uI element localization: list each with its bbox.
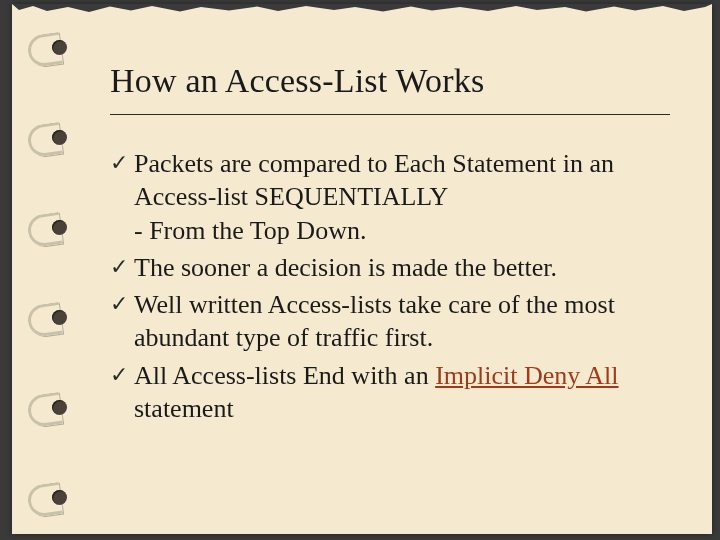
bullet-list: ✓ Packets are compared to Each Statement… xyxy=(110,147,670,425)
list-item: ✓ All Access-lists End with an Implicit … xyxy=(110,359,670,426)
bullet-suffix: statement xyxy=(134,394,234,423)
title-rule xyxy=(110,114,670,115)
spiral-binding xyxy=(42,34,70,512)
bullet-subline: - From the Top Down. xyxy=(134,214,670,247)
check-icon: ✓ xyxy=(110,251,134,284)
list-item: ✓ Well written Access-lists take care of… xyxy=(110,288,670,355)
emphasis-text: Implicit Deny All xyxy=(435,361,618,390)
check-icon: ✓ xyxy=(110,359,134,426)
bullet-text: All Access-lists End with an Implicit De… xyxy=(134,359,670,426)
ring-icon xyxy=(42,124,70,152)
ring-icon xyxy=(42,304,70,332)
ring-icon xyxy=(42,214,70,242)
list-item: ✓ Packets are compared to Each Statement… xyxy=(110,147,670,247)
check-icon: ✓ xyxy=(110,288,134,355)
bullet-line: Packets are compared to Each Statement i… xyxy=(134,149,614,211)
slide-title: How an Access-List Works xyxy=(110,62,670,100)
bullet-text: Packets are compared to Each Statement i… xyxy=(134,147,670,247)
list-item: ✓ The sooner a decision is made the bett… xyxy=(110,251,670,284)
slide-background: How an Access-List Works ✓ Packets are c… xyxy=(0,0,720,540)
bullet-prefix: All Access-lists End with an xyxy=(134,361,435,390)
ring-icon xyxy=(42,484,70,512)
slide-content: How an Access-List Works ✓ Packets are c… xyxy=(110,62,670,429)
bullet-text: The sooner a decision is made the better… xyxy=(134,251,670,284)
torn-edge xyxy=(12,4,712,14)
bullet-text: Well written Access-lists take care of t… xyxy=(134,288,670,355)
paper-sheet: How an Access-List Works ✓ Packets are c… xyxy=(12,4,712,534)
ring-icon xyxy=(42,394,70,422)
check-icon: ✓ xyxy=(110,147,134,247)
ring-icon xyxy=(42,34,70,62)
